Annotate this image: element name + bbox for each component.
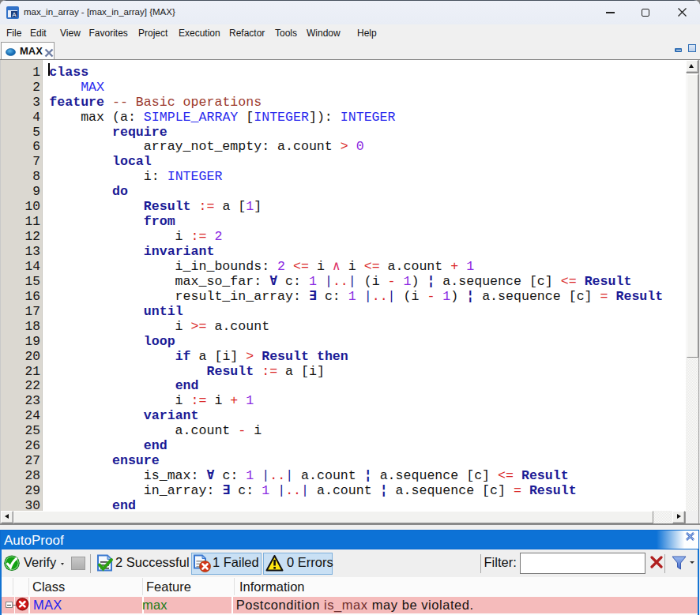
svg-text:A: A [12,11,17,18]
